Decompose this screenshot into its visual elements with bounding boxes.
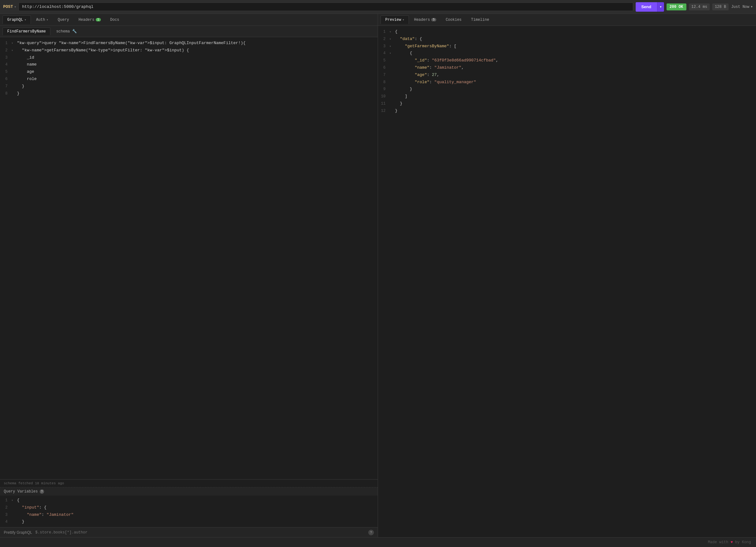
response-area[interactable]: 1▾{2▾ "data": {3▾ "getFarmersByName": [4… [378, 26, 756, 537]
code-line: 3 _id [0, 54, 378, 61]
response-line-toggle[interactable]: ▾ [389, 44, 394, 49]
code-line: 2▾ "kw-name">getFarmersByName("kw-type">… [0, 47, 378, 54]
response-headers-badge: 5 [431, 18, 436, 21]
send-dropdown-button[interactable]: ▾ [657, 2, 664, 12]
response-line-content: } [394, 108, 398, 114]
method-selector[interactable]: POST ▾ [3, 4, 16, 9]
right-tab-bar: Preview ▾ Headers 5 Cookies Timeline [378, 14, 756, 26]
response-line-number: 9 [378, 86, 389, 92]
response-line-number: 8 [378, 79, 389, 85]
query-tab-findfarmersby[interactable]: FindFarmersByName [3, 27, 50, 35]
vars-code-area[interactable]: 1▾{2 "input": {3 "name": "Jaminator"4 }5… [0, 496, 378, 527]
response-line: 8 "role": "quality_manager" [378, 79, 756, 86]
code-line: 5 age [0, 68, 378, 76]
line-content: } [16, 83, 24, 90]
response-line-content: "data": { [394, 36, 422, 43]
line-number: 4 [0, 62, 11, 68]
tab-preview-label: Preview [385, 18, 401, 22]
timestamp-label: Just Now [731, 5, 749, 9]
bottom-section: schema fetched 18 minutes ago Query Vari… [0, 479, 378, 527]
response-line-number: 4 [378, 50, 389, 56]
response-line-number: 5 [378, 58, 389, 64]
line-number: 3 [0, 55, 11, 61]
code-line: 1▾"kw-query">query "kw-name">FindFarmers… [0, 40, 378, 47]
line-content: "input": { [16, 504, 47, 511]
left-tab-bar: GraphQL ▾ Auth ▾ Query Headers 1 Docs [0, 14, 378, 26]
status-badge: 200 OK [667, 3, 686, 10]
response-line-content: "getFarmersByName": [ [394, 43, 456, 50]
line-content: name [16, 61, 37, 68]
tab-cookies[interactable]: Cookies [441, 16, 466, 24]
line-number: 8 [0, 91, 11, 97]
tab-auth-chevron: ▾ [46, 18, 48, 22]
response-line-content: } [394, 86, 412, 93]
jq-filter-input[interactable] [32, 530, 368, 535]
schema-status: schema fetched 18 minutes ago [0, 480, 378, 487]
response-line-number: 7 [378, 72, 389, 78]
response-line-toggle[interactable]: ▾ [389, 30, 394, 35]
line-content: } [16, 519, 24, 525]
tab-response-headers[interactable]: Headers 5 [409, 16, 440, 24]
method-chevron: ▾ [14, 5, 16, 9]
query-tab-schema[interactable]: schema 🔧 [52, 27, 81, 35]
jq-help-icon[interactable]: ? [368, 530, 374, 535]
line-number: 2 [0, 48, 11, 54]
query-code-area[interactable]: 1▾"kw-query">query "kw-name">FindFarmers… [0, 37, 378, 479]
query-vars-help-icon[interactable]: ? [40, 489, 44, 494]
line-content: role [16, 76, 37, 83]
tab-docs[interactable]: Docs [106, 16, 124, 24]
left-panel: GraphQL ▾ Auth ▾ Query Headers 1 Docs Fi… [0, 14, 378, 537]
line-content: "kw-query">query "kw-name">FindFarmersBy… [16, 40, 246, 47]
line-number: 6 [0, 76, 11, 82]
line-content: { [16, 497, 20, 504]
prettify-button[interactable]: Prettify GraphQL [4, 530, 32, 535]
response-line: 12} [378, 107, 756, 115]
response-line: 7 "age": 27, [378, 72, 756, 79]
code-line: 3 "name": "Jaminator" [0, 511, 378, 519]
code-line: 1▾{ [0, 497, 378, 504]
response-line-number: 2 [378, 36, 389, 42]
response-line-number: 1 [378, 29, 389, 35]
code-line: 4 } [0, 518, 378, 526]
response-line-content: "_id": "63f0f3e8d66ad990714cfbad", [394, 57, 498, 64]
line-content: _id [16, 55, 34, 61]
response-line-content: "name": "Jaminator", [394, 65, 464, 71]
response-line: 1▾{ [378, 28, 756, 36]
line-content: "name": "Jaminator" [16, 512, 73, 518]
tab-query[interactable]: Query [53, 16, 73, 24]
response-line-content: "age": 27, [394, 72, 439, 78]
tab-auth[interactable]: Auth ▾ [31, 16, 53, 24]
timestamp-chevron: ▾ [751, 4, 753, 9]
send-main-button[interactable]: Send [636, 2, 657, 12]
response-line: 2▾ "data": { [378, 36, 756, 43]
line-toggle[interactable]: ▾ [11, 41, 16, 46]
response-line-number: 6 [378, 65, 389, 71]
tab-timeline[interactable]: Timeline [467, 16, 494, 24]
made-with-footer: Made with ♥ by Kong [0, 537, 756, 547]
method-label: POST [3, 4, 13, 9]
headers-badge: 1 [96, 18, 101, 21]
response-line: 9 } [378, 86, 756, 93]
line-toggle[interactable]: ▾ [11, 48, 16, 53]
main-layout: GraphQL ▾ Auth ▾ Query Headers 1 Docs Fi… [0, 14, 756, 537]
response-time-badge: 12.4 ms [689, 3, 710, 10]
response-line: 6 "name": "Jaminator", [378, 64, 756, 72]
url-input[interactable] [19, 3, 633, 11]
line-toggle[interactable]: ▾ [11, 498, 16, 503]
response-line: 5 "_id": "63f0f3e8d66ad990714cfbad", [378, 57, 756, 64]
query-tabs: FindFarmersByName schema 🔧 [0, 26, 378, 37]
response-line-toggle[interactable]: ▾ [389, 37, 394, 42]
tab-graphql[interactable]: GraphQL ▾ [3, 15, 31, 24]
response-line-content: { [394, 29, 398, 35]
right-panel: Preview ▾ Headers 5 Cookies Timeline 1▾{… [378, 14, 756, 537]
tab-preview-chevron: ▾ [402, 18, 404, 22]
timestamp: Just Now ▾ [731, 4, 753, 9]
tab-headers[interactable]: Headers 1 [74, 16, 105, 24]
response-line: 4▾ { [378, 50, 756, 57]
response-line-content: ] [394, 93, 407, 100]
response-line-toggle[interactable]: ▾ [389, 51, 394, 56]
tab-auth-label: Auth [36, 18, 45, 22]
response-line-number: 10 [378, 94, 389, 100]
line-number: 1 [0, 498, 11, 504]
tab-preview[interactable]: Preview ▾ [381, 15, 409, 24]
